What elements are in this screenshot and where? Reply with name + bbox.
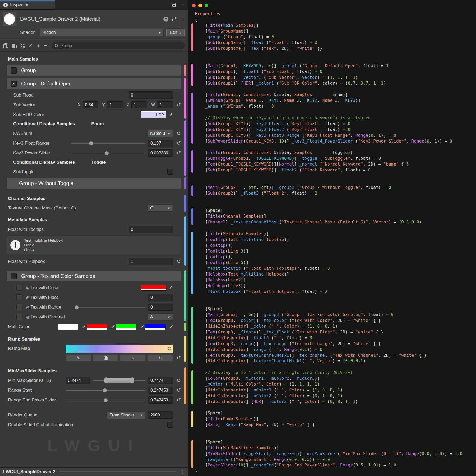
tab-inspector[interactable]: i Inspector (0, 0, 55, 9)
tex-range-slider[interactable] (75, 304, 145, 311)
eyedropper-icon[interactable] (169, 113, 173, 117)
drag-handle[interactable] (59, 471, 176, 473)
revert-icon[interactable]: ↺ (177, 258, 181, 264)
eyedropper-icon[interactable] (82, 325, 86, 329)
key3-float-range-input[interactable]: 0.137 (148, 140, 173, 147)
multi-color-swatch[interactable] (145, 324, 166, 330)
tex-channel-dropdown[interactable]: A ▼ (148, 313, 173, 321)
eyedropper-icon[interactable] (111, 325, 115, 329)
revert-icon[interactable]: ↺ (177, 102, 181, 108)
channel-mask-dropdown[interactable]: G ▼ (148, 204, 173, 212)
render-queue-dropdown[interactable]: From Shader ▼ (107, 411, 145, 419)
ramp-save-button[interactable] (93, 354, 118, 362)
key3-float-range-slider[interactable] (71, 140, 145, 147)
texture-picker-icon: ◎ (26, 295, 29, 300)
minmax-range-slider[interactable] (93, 377, 145, 384)
target-icon[interactable]: ⊙ (168, 346, 171, 351)
range-start-slider[interactable] (66, 387, 145, 394)
revert-icon[interactable]: ↺ (177, 397, 181, 403)
group-checkbox[interactable] (11, 67, 17, 74)
code-line: [Helpbox(Test multiline Helpbox)] (195, 272, 476, 277)
revert-icon[interactable]: ↺ (177, 355, 181, 361)
edit-shader-button[interactable]: Edit... (166, 29, 185, 36)
copy-icon[interactable] (3, 43, 8, 48)
code-line: [Sub(Group1_KEY1)] _key1_Float1 ("Key1 F… (195, 121, 476, 127)
apply-icon[interactable]: ✓ (29, 43, 33, 49)
vector-y-input[interactable]: 1 (107, 101, 123, 108)
minmax-max-input[interactable]: 0.7474 (148, 377, 173, 384)
group-tex-color-header[interactable]: Group - Tex and Color Samples (7, 271, 181, 281)
tex-float-input[interactable]: 0 (148, 294, 173, 301)
code-line (195, 295, 476, 301)
revert-icon[interactable]: ↺ (177, 140, 181, 146)
ramp-gradient[interactable]: ⊙ (66, 345, 173, 353)
shader-dropdown[interactable]: Hidden ▼ (40, 29, 164, 36)
material-preview[interactable] (3, 12, 16, 26)
float-tooltips-input[interactable]: 0 (129, 226, 173, 233)
kebab-menu-icon[interactable]: ⋮ (178, 0, 188, 9)
app: i Inspector ⋮ LWGUI_Sample Drawer 2 (Mat… (0, 0, 476, 476)
zoom-window-icon[interactable] (205, 4, 208, 7)
group-default-open-header[interactable]: ✓ Group - Default Open (7, 78, 181, 89)
code-line: [Tex(Group3, _color)] _tex_color ("Tex w… (195, 318, 476, 324)
kwenum-dropdown[interactable]: Name 3 ▼ (148, 130, 173, 137)
add-icon[interactable]: ＋ (36, 42, 41, 49)
code-line: _mColor ("Multi Color", Color) = (1, 1, … (195, 382, 476, 387)
collapse-icon[interactable] (20, 43, 25, 48)
revert-icon[interactable]: ↺ (177, 387, 181, 393)
lock-icon[interactable] (170, 0, 178, 9)
range-start-input[interactable]: 0.247453 (148, 387, 173, 394)
kebab-menu-icon[interactable]: ⋮ (180, 16, 185, 22)
minmax-handle-min[interactable] (104, 377, 108, 383)
texture-slot[interactable] (16, 314, 22, 320)
revert-icon[interactable]: ↺ (177, 130, 181, 136)
remove-icon[interactable]: − (44, 43, 47, 49)
paste-icon[interactable] (12, 43, 17, 48)
ramp-refresh-button[interactable]: ↻ (147, 354, 173, 362)
eyedropper-icon[interactable] (169, 325, 173, 329)
help-icon[interactable]: ? (163, 17, 168, 22)
minmax-handle-max[interactable] (131, 377, 134, 383)
range-end-row: Range End PowerSlider 0.747453 ↺ (0, 395, 188, 405)
hdr-color-swatch[interactable]: HDR (141, 111, 166, 118)
group-header[interactable]: Group (7, 65, 181, 76)
vector-z-input[interactable]: 1 (131, 101, 147, 108)
close-window-icon[interactable] (192, 4, 196, 7)
sub-float-input[interactable]: 0 (129, 91, 173, 99)
tex-range-input[interactable]: 0 (148, 304, 173, 311)
key3-power-input[interactable]: 0.003380 (148, 149, 173, 157)
tex-color-swatch[interactable] (141, 285, 166, 291)
search-input[interactable]: Group (52, 42, 185, 49)
multi-color-swatch[interactable] (116, 324, 136, 330)
float-helpbox-input[interactable]: 1 (129, 258, 173, 265)
range-end-input[interactable]: 0.747453 (148, 396, 173, 404)
revert-icon[interactable]: ↺ (177, 377, 181, 383)
group-without-toggle-header[interactable]: Group - Without Toggle (7, 178, 181, 189)
multi-color-swatch[interactable] (58, 324, 78, 330)
eyedropper-icon[interactable] (140, 325, 144, 329)
texture-slot[interactable] (16, 294, 22, 300)
texture-slot[interactable] (16, 285, 22, 291)
vector-w-input[interactable]: 1 (157, 101, 173, 108)
eyedropper-icon[interactable] (169, 286, 173, 290)
texture-slot[interactable] (16, 304, 22, 310)
tex-group-checkbox[interactable] (11, 273, 17, 279)
multi-color-swatch[interactable] (87, 324, 107, 330)
kebab-menu-icon[interactable]: ⋮ (180, 469, 185, 475)
key3-power-slider[interactable] (71, 149, 145, 157)
presets-icon[interactable] (172, 17, 177, 21)
range-end-slider[interactable] (66, 396, 145, 404)
subtoggle-checkbox[interactable] (167, 169, 173, 175)
ramp-add-button[interactable]: ＋ (120, 354, 146, 362)
range-start-row: Range Start 0.247453 ↺ (0, 385, 188, 395)
vector-x-input[interactable]: 0.34 (83, 101, 98, 108)
render-queue-input[interactable]: 2000 (148, 411, 173, 419)
field-label: Double Sided Global Illumination (8, 422, 167, 428)
revert-icon[interactable]: ↺ (177, 150, 181, 156)
group-open-checkbox[interactable]: ✓ (11, 81, 17, 87)
double-sided-gi-checkbox[interactable] (167, 422, 173, 428)
ramp-edit-button[interactable]: ✎ (66, 354, 91, 362)
minimize-window-icon[interactable] (198, 4, 202, 7)
code-line (195, 109, 476, 115)
minmax-min-input[interactable]: 0.2474 (66, 377, 90, 384)
